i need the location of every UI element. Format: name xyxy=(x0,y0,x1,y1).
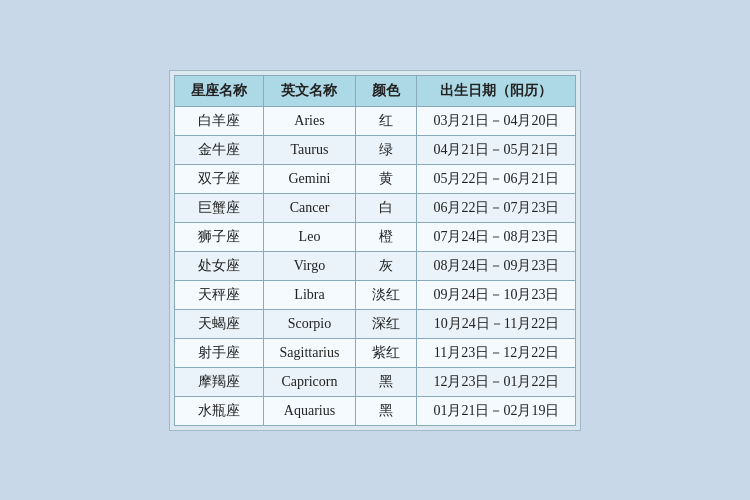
table-cell: 07月24日－08月23日 xyxy=(417,222,576,251)
zodiac-table-container: 星座名称英文名称颜色出生日期（阳历） 白羊座Aries红03月21日－04月20… xyxy=(169,70,582,431)
table-cell: Cancer xyxy=(263,193,356,222)
table-cell: 狮子座 xyxy=(174,222,263,251)
table-cell: 摩羯座 xyxy=(174,367,263,396)
table-cell: 08月24日－09月23日 xyxy=(417,251,576,280)
table-row: 金牛座Taurus绿04月21日－05月21日 xyxy=(174,135,576,164)
table-cell: 黑 xyxy=(356,367,417,396)
table-row: 处女座Virgo灰08月24日－09月23日 xyxy=(174,251,576,280)
column-header: 出生日期（阳历） xyxy=(417,75,576,106)
table-cell: 黄 xyxy=(356,164,417,193)
table-cell: Virgo xyxy=(263,251,356,280)
table-row: 白羊座Aries红03月21日－04月20日 xyxy=(174,106,576,135)
table-cell: Leo xyxy=(263,222,356,251)
table-cell: Taurus xyxy=(263,135,356,164)
table-cell: 水瓶座 xyxy=(174,396,263,425)
table-cell: 金牛座 xyxy=(174,135,263,164)
column-header: 英文名称 xyxy=(263,75,356,106)
table-cell: 05月22日－06月21日 xyxy=(417,164,576,193)
column-header: 星座名称 xyxy=(174,75,263,106)
table-cell: Capricorn xyxy=(263,367,356,396)
table-row: 天蝎座Scorpio深红10月24日－11月22日 xyxy=(174,309,576,338)
table-cell: 白 xyxy=(356,193,417,222)
table-cell: 12月23日－01月22日 xyxy=(417,367,576,396)
table-cell: 04月21日－05月21日 xyxy=(417,135,576,164)
table-cell: 深红 xyxy=(356,309,417,338)
table-cell: Gemini xyxy=(263,164,356,193)
table-row: 天秤座Libra淡红09月24日－10月23日 xyxy=(174,280,576,309)
table-cell: Sagittarius xyxy=(263,338,356,367)
table-cell: 白羊座 xyxy=(174,106,263,135)
table-cell: 09月24日－10月23日 xyxy=(417,280,576,309)
table-row: 摩羯座Capricorn黑12月23日－01月22日 xyxy=(174,367,576,396)
table-cell: 10月24日－11月22日 xyxy=(417,309,576,338)
table-cell: 橙 xyxy=(356,222,417,251)
table-cell: 01月21日－02月19日 xyxy=(417,396,576,425)
table-cell: 紫红 xyxy=(356,338,417,367)
table-cell: Scorpio xyxy=(263,309,356,338)
table-cell: 灰 xyxy=(356,251,417,280)
table-row: 巨蟹座Cancer白06月22日－07月23日 xyxy=(174,193,576,222)
table-cell: 红 xyxy=(356,106,417,135)
table-cell: 06月22日－07月23日 xyxy=(417,193,576,222)
table-cell: 射手座 xyxy=(174,338,263,367)
table-cell: 天蝎座 xyxy=(174,309,263,338)
table-row: 射手座Sagittarius紫红11月23日－12月22日 xyxy=(174,338,576,367)
table-row: 双子座Gemini黄05月22日－06月21日 xyxy=(174,164,576,193)
table-cell: 双子座 xyxy=(174,164,263,193)
table-cell: Libra xyxy=(263,280,356,309)
table-cell: 巨蟹座 xyxy=(174,193,263,222)
table-row: 狮子座Leo橙07月24日－08月23日 xyxy=(174,222,576,251)
table-cell: 处女座 xyxy=(174,251,263,280)
column-header: 颜色 xyxy=(356,75,417,106)
table-cell: Aries xyxy=(263,106,356,135)
table-cell: 天秤座 xyxy=(174,280,263,309)
table-cell: 11月23日－12月22日 xyxy=(417,338,576,367)
table-row: 水瓶座Aquarius黑01月21日－02月19日 xyxy=(174,396,576,425)
table-header-row: 星座名称英文名称颜色出生日期（阳历） xyxy=(174,75,576,106)
table-cell: 黑 xyxy=(356,396,417,425)
table-cell: Aquarius xyxy=(263,396,356,425)
table-cell: 淡红 xyxy=(356,280,417,309)
zodiac-table: 星座名称英文名称颜色出生日期（阳历） 白羊座Aries红03月21日－04月20… xyxy=(174,75,577,426)
table-cell: 03月21日－04月20日 xyxy=(417,106,576,135)
table-cell: 绿 xyxy=(356,135,417,164)
